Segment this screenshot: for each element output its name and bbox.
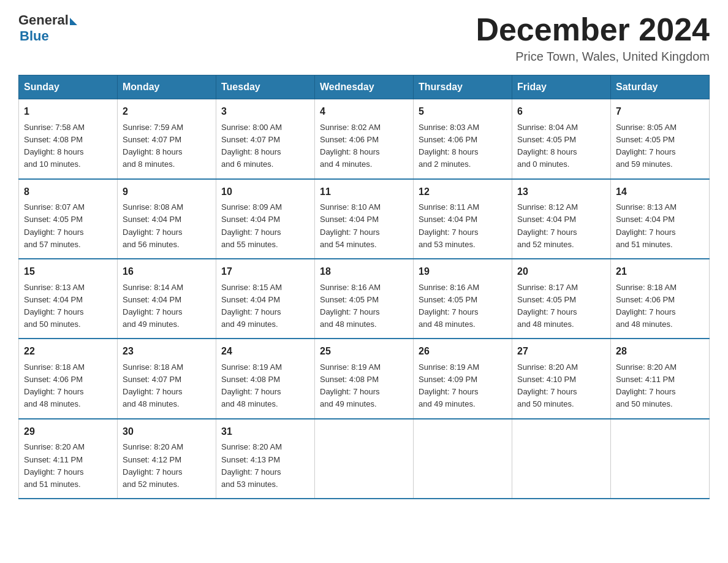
day-number: 20 [517,264,605,280]
day-number: 4 [320,104,408,120]
day-number: 6 [517,104,605,120]
day-cell: 25Sunrise: 8:19 AM Sunset: 4:08 PM Dayli… [315,339,414,418]
day-number: 24 [221,344,309,359]
day-cell: 12Sunrise: 8:11 AM Sunset: 4:04 PM Dayli… [414,179,512,259]
day-number: 23 [123,344,211,359]
day-info: Sunrise: 8:20 AM Sunset: 4:13 PM Dayligh… [221,441,309,491]
col-header-tuesday: Tuesday [216,75,315,99]
col-header-sunday: Sunday [19,75,118,99]
day-cell [512,419,611,499]
day-info: Sunrise: 8:00 AM Sunset: 4:07 PM Dayligh… [221,121,309,171]
day-cell: 1Sunrise: 7:58 AM Sunset: 4:08 PM Daylig… [19,99,118,179]
day-info: Sunrise: 8:17 AM Sunset: 4:05 PM Dayligh… [517,282,605,331]
day-cell: 5Sunrise: 8:03 AM Sunset: 4:06 PM Daylig… [414,99,512,179]
logo-general-text: General [18,12,69,28]
day-cell [611,419,710,499]
day-info: Sunrise: 8:19 AM Sunset: 4:09 PM Dayligh… [419,361,507,411]
day-cell: 7Sunrise: 8:05 AM Sunset: 4:05 PM Daylig… [611,99,710,179]
day-number: 14 [616,185,704,200]
day-cell [414,419,512,499]
day-info: Sunrise: 8:18 AM Sunset: 4:06 PM Dayligh… [616,282,704,331]
day-number: 8 [24,185,112,200]
day-number: 27 [517,344,605,359]
day-info: Sunrise: 7:59 AM Sunset: 4:07 PM Dayligh… [123,121,211,171]
day-cell: 15Sunrise: 8:13 AM Sunset: 4:04 PM Dayli… [19,259,118,339]
day-cell: 20Sunrise: 8:17 AM Sunset: 4:05 PM Dayli… [512,259,611,339]
page-header: General Blue December 2024 Price Town, W… [18,12,710,64]
col-header-wednesday: Wednesday [315,75,414,99]
day-cell: 23Sunrise: 8:18 AM Sunset: 4:07 PM Dayli… [118,339,216,418]
day-info: Sunrise: 8:08 AM Sunset: 4:04 PM Dayligh… [123,201,211,251]
day-number: 10 [221,185,309,200]
day-info: Sunrise: 8:14 AM Sunset: 4:04 PM Dayligh… [123,282,211,331]
logo: General Blue [18,12,78,44]
day-info: Sunrise: 8:10 AM Sunset: 4:04 PM Dayligh… [320,201,408,251]
day-info: Sunrise: 8:16 AM Sunset: 4:05 PM Dayligh… [320,282,408,331]
week-row-3: 15Sunrise: 8:13 AM Sunset: 4:04 PM Dayli… [19,259,710,339]
logo-arrow-icon [70,18,77,25]
day-info: Sunrise: 8:19 AM Sunset: 4:08 PM Dayligh… [320,361,408,411]
day-cell: 24Sunrise: 8:19 AM Sunset: 4:08 PM Dayli… [216,339,315,418]
day-info: Sunrise: 8:05 AM Sunset: 4:05 PM Dayligh… [616,121,704,171]
day-cell: 9Sunrise: 8:08 AM Sunset: 4:04 PM Daylig… [118,179,216,259]
day-cell: 8Sunrise: 8:07 AM Sunset: 4:05 PM Daylig… [19,179,118,259]
col-header-saturday: Saturday [611,75,710,99]
day-number: 1 [24,104,112,120]
day-cell: 19Sunrise: 8:16 AM Sunset: 4:05 PM Dayli… [414,259,512,339]
day-info: Sunrise: 8:19 AM Sunset: 4:08 PM Dayligh… [221,361,309,411]
day-info: Sunrise: 8:18 AM Sunset: 4:07 PM Dayligh… [123,361,211,411]
calendar-table: SundayMondayTuesdayWednesdayThursdayFrid… [18,75,710,499]
day-info: Sunrise: 8:12 AM Sunset: 4:04 PM Dayligh… [517,201,605,251]
day-cell: 11Sunrise: 8:10 AM Sunset: 4:04 PM Dayli… [315,179,414,259]
day-number: 2 [123,104,211,120]
day-number: 22 [24,344,112,359]
day-cell: 21Sunrise: 8:18 AM Sunset: 4:06 PM Dayli… [611,259,710,339]
day-info: Sunrise: 8:07 AM Sunset: 4:05 PM Dayligh… [24,201,112,251]
week-row-2: 8Sunrise: 8:07 AM Sunset: 4:05 PM Daylig… [19,179,710,259]
day-number: 16 [123,264,211,280]
day-number: 19 [419,264,507,280]
day-number: 17 [221,264,309,280]
day-cell: 27Sunrise: 8:20 AM Sunset: 4:10 PM Dayli… [512,339,611,418]
day-number: 3 [221,104,309,120]
day-cell: 6Sunrise: 8:04 AM Sunset: 4:05 PM Daylig… [512,99,611,179]
week-row-5: 29Sunrise: 8:20 AM Sunset: 4:11 PM Dayli… [19,419,710,499]
logo-blue-text: Blue [20,28,49,44]
day-number: 5 [419,104,507,120]
day-info: Sunrise: 8:13 AM Sunset: 4:04 PM Dayligh… [24,282,112,331]
day-number: 11 [320,185,408,200]
day-number: 18 [320,264,408,280]
day-cell: 18Sunrise: 8:16 AM Sunset: 4:05 PM Dayli… [315,259,414,339]
week-row-1: 1Sunrise: 7:58 AM Sunset: 4:08 PM Daylig… [19,99,710,179]
day-info: Sunrise: 8:03 AM Sunset: 4:06 PM Dayligh… [419,121,507,171]
day-info: Sunrise: 8:20 AM Sunset: 4:11 PM Dayligh… [24,441,112,491]
day-info: Sunrise: 8:15 AM Sunset: 4:04 PM Dayligh… [221,282,309,331]
col-header-friday: Friday [512,75,611,99]
day-number: 25 [320,344,408,359]
location-text: Price Town, Wales, United Kingdom [476,50,710,64]
day-number: 30 [123,424,211,440]
day-number: 26 [419,344,507,359]
day-info: Sunrise: 8:20 AM Sunset: 4:12 PM Dayligh… [123,441,211,491]
day-info: Sunrise: 8:20 AM Sunset: 4:11 PM Dayligh… [616,361,704,411]
day-cell: 28Sunrise: 8:20 AM Sunset: 4:11 PM Dayli… [611,339,710,418]
day-cell: 13Sunrise: 8:12 AM Sunset: 4:04 PM Dayli… [512,179,611,259]
col-header-monday: Monday [118,75,216,99]
day-info: Sunrise: 8:04 AM Sunset: 4:05 PM Dayligh… [517,121,605,171]
day-cell: 2Sunrise: 7:59 AM Sunset: 4:07 PM Daylig… [118,99,216,179]
col-header-thursday: Thursday [414,75,512,99]
day-info: Sunrise: 8:09 AM Sunset: 4:04 PM Dayligh… [221,201,309,251]
day-cell: 17Sunrise: 8:15 AM Sunset: 4:04 PM Dayli… [216,259,315,339]
day-cell: 29Sunrise: 8:20 AM Sunset: 4:11 PM Dayli… [19,419,118,499]
day-number: 29 [24,424,112,440]
day-number: 28 [616,344,704,359]
day-info: Sunrise: 8:16 AM Sunset: 4:05 PM Dayligh… [419,282,507,331]
month-title: December 2024 [476,12,710,47]
day-cell: 14Sunrise: 8:13 AM Sunset: 4:04 PM Dayli… [611,179,710,259]
day-cell: 26Sunrise: 8:19 AM Sunset: 4:09 PM Dayli… [414,339,512,418]
day-info: Sunrise: 8:20 AM Sunset: 4:10 PM Dayligh… [517,361,605,411]
day-number: 13 [517,185,605,200]
day-number: 15 [24,264,112,280]
day-cell: 10Sunrise: 8:09 AM Sunset: 4:04 PM Dayli… [216,179,315,259]
day-cell: 22Sunrise: 8:18 AM Sunset: 4:06 PM Dayli… [19,339,118,418]
